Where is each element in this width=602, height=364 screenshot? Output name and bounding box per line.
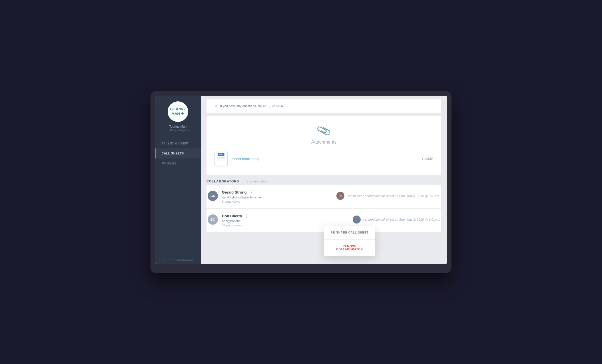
- sidebar-footer: gn + Code by LEANOMETRY: [159, 255, 196, 264]
- notice-text: If you have any questions, call (213) 12…: [220, 104, 285, 108]
- png-label: PNG: [218, 153, 224, 156]
- remove-collaborator-button[interactable]: REMOVE COLLABORATOR: [324, 240, 375, 256]
- sidebar-nav: TALENT & CREW CALL SHEETS MY FILES: [155, 138, 201, 168]
- activity-avatar-bob: [353, 216, 361, 224]
- attachments-panel: 📎 Attachments PNG mood board.png 1.13MB: [206, 116, 441, 175]
- collab-name-bob: Bob Cherry: [222, 214, 242, 218]
- back-to-projects-link[interactable]: ← Back to Projects: [167, 129, 189, 132]
- top-notice: ✳ If you have any questions, call (213) …: [206, 99, 441, 113]
- logo-plane-icon: ✈: [181, 111, 184, 116]
- collab-options-dots[interactable]: ⋮: [249, 190, 254, 195]
- activity-text: Robert Kiraz shared the call sheet on Su…: [347, 194, 440, 198]
- collab-info-gerald: Gerald Strong ⋮ gerald.strong@gravityinc…: [222, 190, 332, 203]
- collaborators-count: 2 collaborators: [247, 180, 267, 183]
- collaborators-title: COLLABORATORS: [206, 180, 239, 183]
- collaborator-row: GS Gerald Strong ⋮ gerald.strong@gravity…: [206, 185, 441, 209]
- png-lines: [217, 157, 225, 161]
- file-size: 1.13MB: [422, 157, 433, 161]
- collab-email: gerald.strong@gravityinc.com: [222, 196, 332, 199]
- leanometry-link[interactable]: LEANOMETRY: [177, 258, 193, 261]
- main-content: ✳ If you have any questions, call (213) …: [201, 96, 447, 264]
- collab-email-bob: bob@bobche...: [222, 219, 349, 223]
- paperclip-icon: 📎: [316, 123, 332, 138]
- avatar-bc: BC: [208, 214, 218, 225]
- logo-line2: MAN: [171, 112, 180, 116]
- collab-activity-bob: r shared the call sheet on Sun, May 8, 2…: [353, 214, 440, 224]
- sidebar-item-call-sheets[interactable]: CALL SHEETS: [155, 148, 201, 158]
- collab-info-bob: Bob Cherry ⋮ bob@bobche... 24 page views: [222, 214, 349, 227]
- collab-options-dots-bob[interactable]: ⋮: [244, 214, 249, 218]
- collaborators-section: COLLABORATORS · 2 collaborators GS Geral…: [206, 180, 441, 232]
- collaborator-row-bob: BC Bob Cherry ⋮ bob@bobche... 24 page vi…: [206, 209, 441, 232]
- sidebar-item-my-files[interactable]: MY FILES: [155, 158, 201, 168]
- logo-circle: TOURING MAN ✈: [168, 101, 188, 122]
- file-row: PNG mood board.png 1.13MB: [214, 152, 433, 166]
- reshare-call-sheet-button[interactable]: RE-SHARE CALL SHEET: [324, 226, 375, 240]
- activity-text-bob: r shared the call sheet on Sun, May 8, 2…: [363, 218, 440, 221]
- collab-name-row-bob: Bob Cherry ⋮: [222, 214, 349, 218]
- sidebar: TOURING MAN ✈ Touring Man ← Back to Proj…: [155, 96, 201, 264]
- avatar-gs: GS: [208, 191, 218, 201]
- collab-activity: RK Robert Kiraz shared the call sheet on…: [336, 190, 440, 200]
- sidebar-item-talent-crew[interactable]: TALENT & CREW: [155, 138, 201, 148]
- brand-name: Touring Man: [169, 125, 187, 128]
- activity-avatar: RK: [336, 192, 344, 200]
- attachments-title: Attachments: [311, 140, 337, 145]
- attachments-center: 📎 Attachments: [214, 125, 433, 145]
- png-thumbnail: PNG: [214, 152, 228, 166]
- dot-separator: ·: [242, 180, 243, 183]
- logo-line1: TOURING: [169, 107, 186, 111]
- collaborators-header: COLLABORATORS · 2 collaborators: [206, 180, 441, 183]
- collab-name: Gerald Strong: [222, 190, 247, 194]
- file-name[interactable]: mood board.png: [232, 157, 418, 161]
- asterisk-icon: ✳: [214, 104, 218, 108]
- collab-name-row: Gerald Strong ⋮: [222, 190, 332, 195]
- dropdown-menu: RE-SHARE CALL SHEET REMOVE COLLABORATOR: [324, 226, 375, 256]
- collab-views: 6 page views: [222, 200, 332, 203]
